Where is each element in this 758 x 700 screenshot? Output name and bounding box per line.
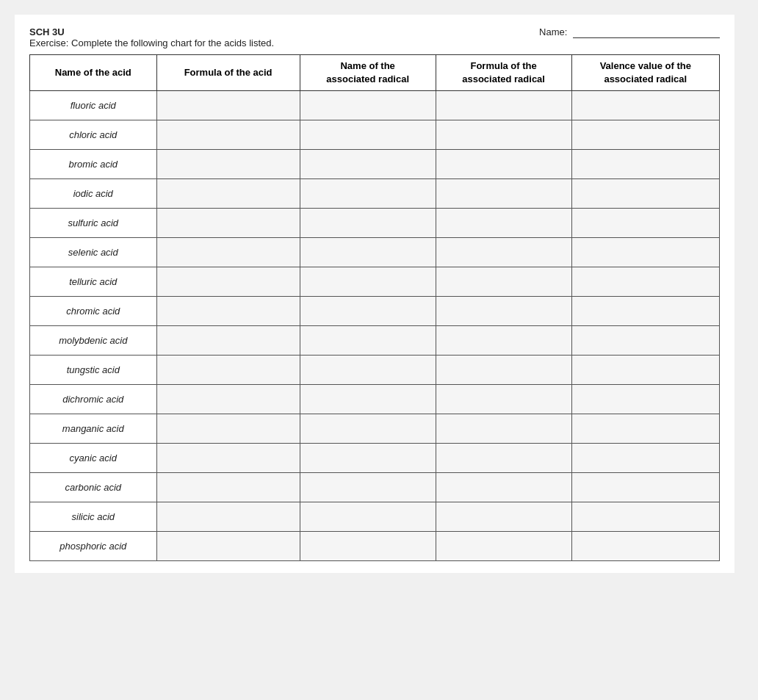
acid-name-cell: chloric acid — [30, 120, 157, 150]
valence-cell[interactable] — [571, 385, 719, 414]
radical-name-cell[interactable] — [300, 473, 436, 502]
radical-formula-cell[interactable] — [436, 473, 571, 502]
acid-name-cell: tungstic acid — [30, 356, 157, 385]
valence-cell[interactable] — [571, 297, 719, 326]
radical-name-cell[interactable] — [300, 414, 436, 444]
radical-formula-cell[interactable] — [436, 502, 571, 532]
course-title: SCH 3U — [29, 26, 274, 37]
radical-name-cell[interactable] — [300, 209, 436, 238]
radical-formula-cell[interactable] — [436, 91, 571, 120]
radical-name-cell[interactable] — [300, 532, 436, 561]
formula-cell[interactable] — [156, 385, 300, 414]
acid-name-cell: carbonic acid — [30, 473, 157, 502]
valence-cell[interactable] — [571, 532, 719, 561]
radical-formula-cell[interactable] — [436, 385, 571, 414]
radical-name-cell[interactable] — [300, 267, 436, 297]
table-row: dichromic acid — [30, 385, 720, 414]
formula-cell[interactable] — [156, 297, 300, 326]
acid-name-cell: manganic acid — [30, 414, 157, 444]
radical-name-cell[interactable] — [300, 91, 436, 120]
valence-cell[interactable] — [571, 91, 719, 120]
table-row: chloric acid — [30, 120, 720, 150]
radical-formula-cell[interactable] — [436, 532, 571, 561]
radical-formula-cell[interactable] — [436, 326, 571, 356]
table-row: cyanic acid — [30, 444, 720, 473]
valence-cell[interactable] — [571, 179, 719, 209]
header-row: SCH 3U Exercise: Complete the following … — [29, 26, 720, 48]
formula-cell[interactable] — [156, 444, 300, 473]
col-header-acid-formula: Formula of the acid — [156, 55, 300, 91]
radical-name-cell[interactable] — [300, 356, 436, 385]
formula-cell[interactable] — [156, 120, 300, 150]
valence-cell[interactable] — [571, 120, 719, 150]
radical-formula-cell[interactable] — [436, 179, 571, 209]
acid-name-cell: molybdenic acid — [30, 326, 157, 356]
valence-cell[interactable] — [571, 209, 719, 238]
table-row: tungstic acid — [30, 356, 720, 385]
acid-name-cell: fluoric acid — [30, 91, 157, 120]
col-header-radical-formula: Formula of theassociated radical — [436, 55, 571, 91]
radical-name-cell[interactable] — [300, 238, 436, 267]
acids-table: Name of the acid Formula of the acid Nam… — [29, 54, 720, 561]
name-label: Name: — [539, 26, 567, 37]
radical-formula-cell[interactable] — [436, 297, 571, 326]
valence-cell[interactable] — [571, 238, 719, 267]
formula-cell[interactable] — [156, 356, 300, 385]
valence-cell[interactable] — [571, 267, 719, 297]
valence-cell[interactable] — [571, 326, 719, 356]
radical-name-cell[interactable] — [300, 179, 436, 209]
radical-name-cell[interactable] — [300, 326, 436, 356]
valence-cell[interactable] — [571, 414, 719, 444]
col-header-radical-name: Name of theassociated radical — [300, 55, 436, 91]
formula-cell[interactable] — [156, 502, 300, 532]
radical-formula-cell[interactable] — [436, 120, 571, 150]
col-header-valence: Valence value of theassociated radical — [571, 55, 719, 91]
acid-name-cell: silicic acid — [30, 502, 157, 532]
formula-cell[interactable] — [156, 267, 300, 297]
radical-formula-cell[interactable] — [436, 150, 571, 179]
valence-cell[interactable] — [571, 150, 719, 179]
acid-name-cell: phosphoric acid — [30, 532, 157, 561]
formula-cell[interactable] — [156, 91, 300, 120]
formula-cell[interactable] — [156, 473, 300, 502]
header-left: SCH 3U Exercise: Complete the following … — [29, 26, 274, 48]
table-row: chromic acid — [30, 297, 720, 326]
valence-cell[interactable] — [571, 356, 719, 385]
acid-name-cell: chromic acid — [30, 297, 157, 326]
radical-name-cell[interactable] — [300, 385, 436, 414]
col-header-acid-name: Name of the acid — [30, 55, 157, 91]
radical-name-cell[interactable] — [300, 502, 436, 532]
acid-name-cell: bromic acid — [30, 150, 157, 179]
table-row: phosphoric acid — [30, 532, 720, 561]
radical-formula-cell[interactable] — [436, 238, 571, 267]
radical-formula-cell[interactable] — [436, 414, 571, 444]
table-row: manganic acid — [30, 414, 720, 444]
acid-name-cell: iodic acid — [30, 179, 157, 209]
valence-cell[interactable] — [571, 502, 719, 532]
formula-cell[interactable] — [156, 179, 300, 209]
radical-name-cell[interactable] — [300, 120, 436, 150]
radical-formula-cell[interactable] — [436, 267, 571, 297]
table-row: telluric acid — [30, 267, 720, 297]
formula-cell[interactable] — [156, 150, 300, 179]
radical-name-cell[interactable] — [300, 150, 436, 179]
name-field[interactable] — [573, 26, 720, 38]
table-row: sulfuric acid — [30, 209, 720, 238]
valence-cell[interactable] — [571, 473, 719, 502]
formula-cell[interactable] — [156, 414, 300, 444]
radical-name-cell[interactable] — [300, 444, 436, 473]
table-header-row: Name of the acid Formula of the acid Nam… — [30, 55, 720, 91]
valence-cell[interactable] — [571, 444, 719, 473]
formula-cell[interactable] — [156, 209, 300, 238]
radical-formula-cell[interactable] — [436, 444, 571, 473]
header-right: Name: — [539, 26, 720, 38]
formula-cell[interactable] — [156, 326, 300, 356]
table-row: silicic acid — [30, 502, 720, 532]
table-row: selenic acid — [30, 238, 720, 267]
acid-name-cell: telluric acid — [30, 267, 157, 297]
formula-cell[interactable] — [156, 238, 300, 267]
formula-cell[interactable] — [156, 532, 300, 561]
radical-formula-cell[interactable] — [436, 209, 571, 238]
radical-formula-cell[interactable] — [436, 356, 571, 385]
radical-name-cell[interactable] — [300, 297, 436, 326]
